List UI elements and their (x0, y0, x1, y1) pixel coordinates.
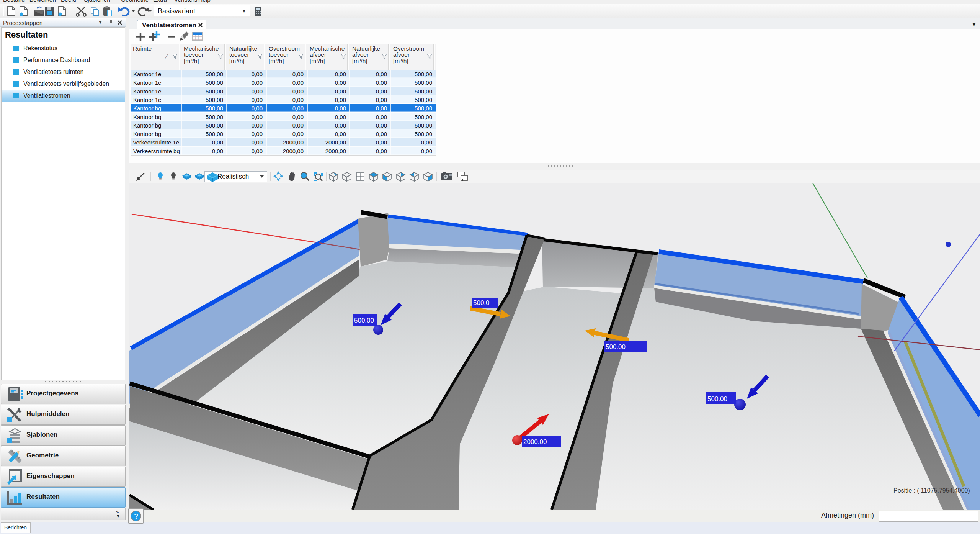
svg-text:500.00: 500.00 (707, 395, 727, 403)
svg-text:2000.00: 2000.00 (523, 438, 547, 446)
svg-text:500.00: 500.00 (606, 343, 626, 351)
svg-text:500.0: 500.0 (473, 299, 490, 306)
svg-text:500.00: 500.00 (354, 317, 374, 324)
svg-text:Positie : ( 11075,7954,4000): Positie : ( 11075,7954,4000) (893, 487, 970, 494)
svg-text:?: ? (134, 512, 139, 520)
